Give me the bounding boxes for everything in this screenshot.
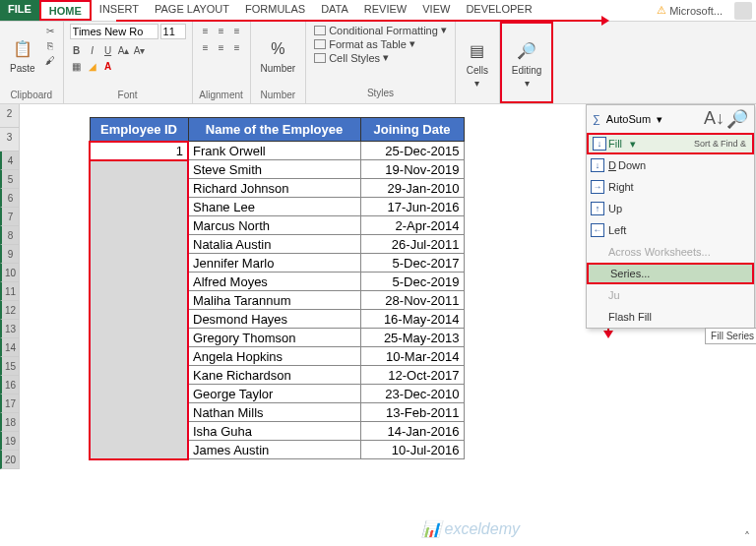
cell-employee-name[interactable]: Desmond Hayes [188,310,360,329]
row-header-4[interactable]: 4 [0,152,20,170]
cell-employee-id[interactable] [90,310,188,329]
cell-employee-name[interactable]: James Austin [188,441,360,459]
cell-joining-date[interactable]: 19-Nov-2019 [360,160,464,179]
fill-menu-button[interactable]: ↓ Fill▾ Sort & Find & [587,133,754,154]
header-joining-date[interactable]: Joining Date [360,118,464,142]
cell-employee-id[interactable] [90,160,188,179]
fill-up-button[interactable]: ↑Up [587,198,754,219]
align-top-icon[interactable]: ≡ [199,24,213,37]
fill-right-button[interactable]: →Right [587,176,754,198]
cell-joining-date[interactable]: 28-Nov-2011 [360,291,464,310]
cell-joining-date[interactable]: 10-Mar-2014 [360,347,464,366]
row-header-20[interactable]: 20 [0,451,20,469]
cell-styles-button[interactable]: Cell Styles▾ [314,51,447,64]
align-right-icon[interactable]: ≡ [230,40,244,54]
cell-employee-name[interactable]: Marcus North [188,216,360,235]
conditional-formatting-button[interactable]: Conditional Formatting▾ [314,24,447,36]
row-header-2[interactable]: 2 [0,104,20,128]
cell-employee-name[interactable]: George Taylor [188,385,360,403]
cell-joining-date[interactable]: 10-Jul-2016 [360,441,464,459]
font-name-input[interactable] [70,24,158,39]
tab-page-layout[interactable]: PAGE LAYOUT [147,0,237,21]
cell-employee-id[interactable] [90,273,188,291]
row-header-5[interactable]: 5 [0,170,20,189]
editing-button[interactable]: 🔎 Editing ▾ [508,26,546,101]
font-shrink-button[interactable]: A▾ [133,43,147,57]
tab-insert[interactable]: INSERT [92,0,147,21]
fill-color-button[interactable]: ◢ [86,59,99,73]
cell-employee-id[interactable] [90,198,188,216]
cell-joining-date[interactable]: 13-Feb-2011 [360,403,464,422]
find-binoculars-icon[interactable]: 🔎 [726,108,748,130]
cell-joining-date[interactable]: 26-Jul-2011 [360,235,464,254]
cut-icon[interactable]: ✂ [43,24,57,37]
row-header-15[interactable]: 15 [0,357,20,376]
cell-employee-name[interactable]: Kane Richardson [188,366,360,385]
cell-joining-date[interactable]: 5-Dec-2017 [360,254,464,273]
cell-employee-id[interactable]: 1 [90,142,188,160]
cell-employee-name[interactable]: Isha Guha [188,422,360,441]
align-bottom-icon[interactable]: ≡ [230,24,244,37]
cell-joining-date[interactable]: 12-Oct-2017 [360,366,464,385]
row-header-13[interactable]: 13 [0,320,20,338]
paste-button[interactable]: 📋 Paste [6,24,39,87]
cell-employee-name[interactable]: Angela Hopkins [188,347,360,366]
row-header-3[interactable]: 3 [0,128,20,152]
row-header-17[interactable]: 17 [0,394,20,413]
cell-joining-date[interactable]: 14-Jan-2016 [360,422,464,441]
cell-employee-name[interactable]: Steve Smith [188,160,360,179]
fill-series-button[interactable]: Series... [587,263,754,284]
row-header-14[interactable]: 14 [0,338,20,357]
cell-joining-date[interactable]: 29-Jan-2010 [360,179,464,198]
cell-employee-id[interactable] [90,235,188,254]
cell-joining-date[interactable]: 16-May-2014 [360,310,464,329]
cell-joining-date[interactable]: 17-Jun-2016 [360,198,464,216]
bold-button[interactable]: B [70,43,84,57]
cell-employee-name[interactable]: Jennifer Marlo [188,254,360,273]
cell-employee-name[interactable]: Maliha Tarannum [188,291,360,310]
user-avatar[interactable] [734,2,752,20]
cell-employee-id[interactable] [90,291,188,310]
tab-review[interactable]: REVIEW [356,0,414,21]
format-painter-icon[interactable]: 🖌 [43,53,57,67]
font-size-input[interactable] [160,24,186,39]
cell-employee-id[interactable] [90,422,188,441]
underline-button[interactable]: U [101,43,115,57]
cells-button[interactable]: ▤ Cells ▾ [462,24,493,103]
font-grow-button[interactable]: A▴ [117,43,131,57]
row-header-9[interactable]: 9 [0,245,20,264]
sort-icon[interactable]: A↓ [704,108,724,130]
cell-employee-id[interactable] [90,216,188,235]
row-header-18[interactable]: 18 [0,413,20,432]
cell-employee-id[interactable] [90,254,188,273]
align-left-icon[interactable]: ≡ [199,40,213,54]
copy-icon[interactable]: ⎘ [43,38,57,52]
align-center-icon[interactable]: ≡ [215,40,228,54]
row-header-10[interactable]: 10 [0,264,20,282]
row-header-8[interactable]: 8 [0,226,20,245]
cell-employee-name[interactable]: Alfred Moyes [188,273,360,291]
cell-joining-date[interactable]: 5-Dec-2019 [360,273,464,291]
tab-data[interactable]: DATA [313,0,356,21]
cell-joining-date[interactable]: 25-May-2013 [360,329,464,347]
cell-employee-id[interactable] [90,403,188,422]
tab-file[interactable]: FILE [0,0,39,21]
cell-employee-name[interactable]: Gregory Thomson [188,329,360,347]
autosum-button[interactable]: AutoSum [606,113,651,125]
flash-fill-button[interactable]: Flash Fill [587,306,754,328]
cell-employee-id[interactable] [90,179,188,198]
row-header-11[interactable]: 11 [0,282,20,301]
tab-view[interactable]: VIEW [414,0,458,21]
cell-joining-date[interactable]: 23-Dec-2010 [360,385,464,403]
header-employee-id[interactable]: Employee ID [90,118,188,142]
cell-employee-name[interactable]: Shane Lee [188,198,360,216]
tab-home[interactable]: HOME [39,0,92,21]
cell-employee-id[interactable] [90,441,188,459]
number-format-button[interactable]: % Number [257,24,300,87]
row-header-19[interactable]: 19 [0,432,20,451]
cell-employee-id[interactable] [90,385,188,403]
italic-button[interactable]: I [86,43,99,57]
cell-employee-name[interactable]: Natalia Austin [188,235,360,254]
align-middle-icon[interactable]: ≡ [215,24,228,37]
tab-formulas[interactable]: FORMULAS [237,0,313,21]
